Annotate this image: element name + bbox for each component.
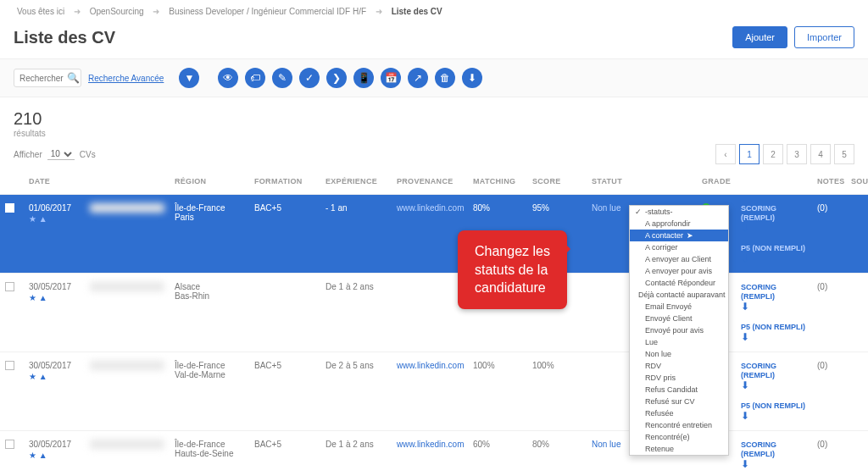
- status-dropdown[interactable]: ✓-statuts-A approfondirA contacter ➤A co…: [629, 205, 729, 456]
- status-option[interactable]: RDV pris: [630, 372, 728, 384]
- download-icon[interactable]: ⬇: [741, 410, 749, 422]
- calendar-icon[interactable]: 📅: [381, 68, 401, 88]
- status-option[interactable]: Refus Candidat: [630, 384, 728, 396]
- download-icon[interactable]: ⬇: [741, 379, 749, 391]
- cell-notes[interactable]: (0): [812, 195, 846, 274]
- page-1[interactable]: 1: [739, 144, 760, 164]
- download-icon[interactable]: ⬇: [741, 458, 749, 470]
- status-option[interactable]: Rencontré(e): [630, 431, 728, 443]
- label-icon[interactable]: ❯: [326, 68, 347, 88]
- col-header[interactable]: NOTES: [812, 169, 846, 195]
- scoring-link[interactable]: SCORING (REMPLI): [741, 204, 776, 222]
- status-link[interactable]: Non lue: [592, 440, 620, 449]
- status-option[interactable]: A contacter ➤: [630, 230, 728, 241]
- status-option[interactable]: Retenue: [630, 443, 728, 455]
- provenance-link[interactable]: www.linkedin.com: [397, 203, 464, 213]
- star-icon[interactable]: ★ ▲: [29, 214, 80, 224]
- col-header[interactable]: PROVENANCE: [392, 169, 468, 195]
- page-4[interactable]: 4: [810, 144, 831, 164]
- provenance-link[interactable]: www.linkedin.com: [397, 440, 464, 449]
- cell-notes[interactable]: (0): [812, 352, 846, 431]
- col-header[interactable]: SOURCE: [846, 169, 868, 195]
- table-row[interactable]: 30/05/2017★ ▲hidden nameÎle-de-FranceHau…: [0, 431, 868, 477]
- status-option[interactable]: A corriger: [630, 241, 728, 253]
- table-row[interactable]: 30/05/2017★ ▲hidden nameAlsaceBas-RhinDe…: [0, 274, 868, 352]
- callout-change-status: Changez les statuts de la candidature: [458, 230, 567, 309]
- status-link[interactable]: Non lue: [592, 203, 620, 213]
- col-header[interactable]: GRADE: [697, 169, 736, 195]
- status-option[interactable]: Non lue: [630, 348, 728, 360]
- col-header[interactable]: [0, 169, 24, 195]
- download-icon[interactable]: ⬇: [741, 331, 749, 343]
- download-icon[interactable]: ⬇: [741, 222, 749, 234]
- col-header[interactable]: RÉGION: [170, 169, 249, 195]
- page-2[interactable]: 2: [763, 144, 783, 164]
- row-checkbox[interactable]: [5, 203, 14, 213]
- advanced-search-link[interactable]: Recherche Avancée: [88, 74, 164, 83]
- edit-icon[interactable]: ✎: [272, 68, 292, 88]
- col-header[interactable]: SCORE: [527, 169, 587, 195]
- page-5[interactable]: 5: [834, 144, 854, 164]
- status-option[interactable]: Refusée: [630, 407, 728, 419]
- mobile-icon[interactable]: 📱: [353, 68, 374, 88]
- scoring-link[interactable]: P5 (NON REMPLI): [741, 244, 805, 252]
- col-header[interactable]: FORMATION: [249, 169, 320, 195]
- col-header[interactable]: EXPÉRIENCE: [320, 169, 392, 195]
- col-header[interactable]: [736, 169, 812, 195]
- status-option[interactable]: Contacté Répondeur: [630, 277, 728, 289]
- search-icon[interactable]: 🔍: [67, 72, 80, 84]
- page-3[interactable]: 3: [787, 144, 807, 164]
- scoring-link[interactable]: P5 (NON REMPLI): [741, 401, 805, 410]
- qualify-icon[interactable]: ✓: [299, 68, 320, 88]
- cell-experience: De 1 à 2 ans: [320, 274, 392, 352]
- col-header[interactable]: [85, 169, 170, 195]
- row-checkbox[interactable]: [5, 282, 14, 291]
- cell-notes[interactable]: (0): [812, 431, 846, 477]
- status-option[interactable]: Lue: [630, 336, 728, 348]
- filter-icon[interactable]: ▼: [179, 68, 199, 88]
- star-icon[interactable]: ★ ▲: [29, 372, 80, 381]
- scoring-link[interactable]: SCORING (REMPLI): [741, 440, 776, 458]
- status-option[interactable]: A envoyer au Client: [630, 253, 728, 265]
- col-header[interactable]: STATUT: [587, 169, 697, 195]
- eye-icon[interactable]: 👁: [218, 68, 238, 88]
- status-option[interactable]: Refusé sur CV: [630, 396, 728, 407]
- trash-icon[interactable]: 🗑: [435, 68, 455, 88]
- col-header[interactable]: MATCHING: [468, 169, 527, 195]
- scoring-link[interactable]: P5 (NON REMPLI): [741, 323, 805, 331]
- per-page-select[interactable]: 10: [47, 148, 75, 160]
- provenance-link[interactable]: www.linkedin.com: [397, 361, 464, 370]
- status-option[interactable]: Email Envoyé: [630, 301, 728, 313]
- status-option[interactable]: Envoyé pour avis: [630, 324, 728, 336]
- breadcrumb-item[interactable]: OpenSourcing: [90, 7, 144, 16]
- row-checkbox[interactable]: [5, 440, 14, 449]
- row-checkbox[interactable]: [5, 361, 14, 370]
- cell-region: Île-de-FranceHauts-de-Seine: [170, 431, 249, 477]
- star-icon[interactable]: ★ ▲: [29, 451, 80, 460]
- table-row[interactable]: 01/06/2017★ ▲hidden nameÎle-de-FrancePar…: [0, 195, 868, 274]
- scoring-link[interactable]: SCORING (REMPLI): [741, 283, 776, 301]
- scoring-link[interactable]: SCORING (REMPLI): [741, 362, 776, 379]
- col-header[interactable]: DATE: [24, 169, 85, 195]
- status-option[interactable]: A approfondir: [630, 218, 728, 230]
- status-option[interactable]: RDV: [630, 360, 728, 372]
- download-icon[interactable]: ⬇: [462, 68, 482, 88]
- breadcrumb-item[interactable]: Business Developer / Ingénieur Commercia…: [169, 7, 366, 16]
- star-icon[interactable]: ★ ▲: [29, 293, 80, 302]
- search-input[interactable]: [19, 74, 67, 83]
- status-option[interactable]: Rencontré entretien: [630, 419, 728, 431]
- add-button[interactable]: Ajouter: [732, 26, 787, 48]
- cell-formation: BAC+5: [249, 195, 320, 274]
- share-icon[interactable]: ↗: [408, 68, 428, 88]
- status-option[interactable]: ✓-statuts-: [630, 206, 728, 218]
- cell-notes[interactable]: (0): [812, 274, 846, 352]
- status-option[interactable]: A envoyer pour avis: [630, 265, 728, 277]
- page-prev[interactable]: ‹: [715, 144, 736, 164]
- status-option[interactable]: Envoyé Client: [630, 313, 728, 324]
- download-icon[interactable]: ⬇: [741, 252, 749, 264]
- table-row[interactable]: 30/05/2017★ ▲hidden nameÎle-de-FranceVal…: [0, 352, 868, 431]
- import-button[interactable]: Importer: [794, 26, 854, 48]
- status-option[interactable]: Déjà contacté auparavant: [630, 289, 728, 301]
- download-icon[interactable]: ⬇: [741, 301, 749, 313]
- tag-icon[interactable]: 🏷: [245, 68, 265, 88]
